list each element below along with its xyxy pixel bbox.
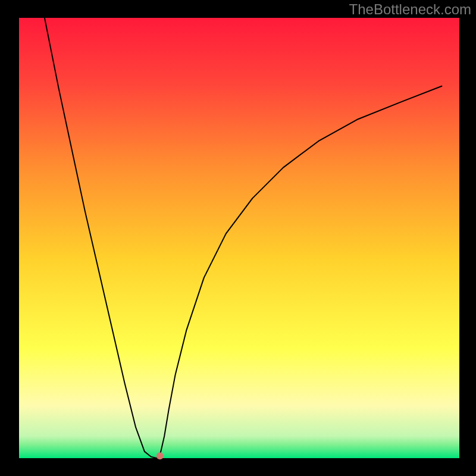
optimal-point-marker [156,452,164,459]
plot-background [19,18,459,458]
chart-container: TheBottleneck.com [0,0,476,476]
bottleneck-chart [0,0,476,476]
watermark-text: TheBottleneck.com [349,1,471,18]
